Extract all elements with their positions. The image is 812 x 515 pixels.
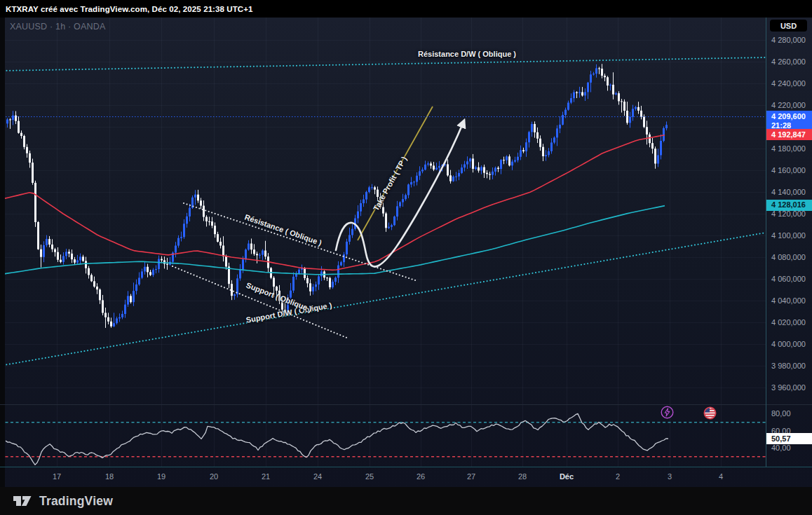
time-tick-17: 17 bbox=[53, 472, 61, 481]
flash-boost-icon[interactable] bbox=[661, 406, 674, 422]
price-tick-4140: 4 140,000 bbox=[771, 188, 806, 196]
attribution-text: KTXRAY créé avec TradingView.com, Déc 02… bbox=[6, 5, 253, 13]
ma-slow-badge: 4 128,016 bbox=[766, 200, 812, 211]
time-axis[interactable]: 17181920212425262728Déc234 bbox=[0, 467, 812, 487]
price-tick-4160: 4 160,000 bbox=[771, 166, 806, 174]
footer-bar: TradingView bbox=[0, 487, 812, 515]
price-tick-4060: 4 060,000 bbox=[771, 275, 806, 283]
time-tick-20: 20 bbox=[210, 472, 218, 481]
price-tick-4180: 4 180,000 bbox=[771, 144, 806, 153]
last-price-value: 4 209,600 bbox=[771, 112, 812, 121]
left-edge-strip bbox=[0, 18, 5, 487]
price-axis[interactable]: USD 4 280,0004 260,0004 240,0004 220,000… bbox=[766, 18, 812, 467]
symbol-title: XAUUSD · 1h · OANDA bbox=[10, 22, 105, 32]
price-tick-4120: 4 120,000 bbox=[771, 210, 806, 218]
price-tick-4260: 4 260,000 bbox=[771, 57, 806, 66]
currency-toggle-button[interactable]: USD bbox=[770, 20, 807, 32]
time-tick-28: 28 bbox=[518, 472, 527, 481]
time-tick-3: 3 bbox=[668, 472, 672, 481]
time-tick-21: 21 bbox=[262, 472, 270, 481]
price-tick-4080: 4 080,000 bbox=[771, 253, 806, 261]
tradingview-logo-icon[interactable] bbox=[12, 493, 33, 509]
time-tick-4: 4 bbox=[719, 472, 723, 481]
price-tick-3980: 3 980,000 bbox=[771, 362, 806, 370]
rsi-value-badge: 50,57 bbox=[766, 433, 812, 444]
time-tick-2: 2 bbox=[616, 472, 620, 481]
price-tick-4000: 4 000,000 bbox=[771, 340, 806, 348]
price-tick-4020: 4 020,000 bbox=[771, 318, 806, 327]
ma-fast-badge: 4 192,847 bbox=[766, 129, 812, 140]
chart-canvas[interactable]: XAUUSD · 1h · OANDA Résistance D/W ( Obl… bbox=[0, 18, 812, 487]
pane-separator[interactable] bbox=[0, 404, 812, 405]
rsi-tick-80: 80,00 bbox=[771, 409, 791, 418]
price-tick-4280: 4 280,000 bbox=[771, 36, 806, 44]
time-tick-25: 25 bbox=[365, 472, 374, 481]
price-tick-4240: 4 240,000 bbox=[771, 79, 806, 88]
rsi-pane[interactable] bbox=[0, 404, 766, 467]
time-tick-24: 24 bbox=[313, 472, 322, 481]
price-tick-4100: 4 100,000 bbox=[771, 231, 806, 240]
rsi-tick-40: 40,00 bbox=[771, 444, 791, 452]
tradingview-brand-text[interactable]: TradingView bbox=[39, 494, 113, 509]
time-tick-27: 27 bbox=[467, 472, 475, 481]
time-tick-26: 26 bbox=[417, 472, 425, 481]
time-tick-18: 18 bbox=[105, 472, 114, 481]
price-tick-4040: 4 040,000 bbox=[771, 296, 806, 305]
price-tick-4220: 4 220,000 bbox=[771, 101, 806, 109]
us-flag-icon[interactable] bbox=[703, 406, 717, 423]
price-tick-3960: 3 960,000 bbox=[771, 383, 806, 392]
price-pane[interactable] bbox=[0, 18, 766, 404]
time-tick-Déc: Déc bbox=[560, 472, 574, 481]
time-tick-19: 19 bbox=[157, 472, 165, 481]
attribution-bar: KTXRAY créé avec TradingView.com, Déc 02… bbox=[0, 0, 812, 18]
last-price-badge: 4 209,600 21:28 bbox=[766, 111, 812, 131]
